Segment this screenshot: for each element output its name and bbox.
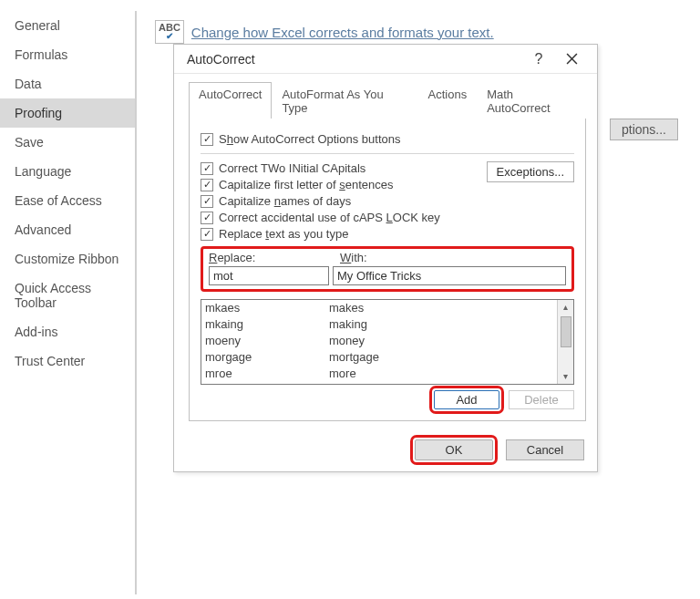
autocorrect-list[interactable]: mkaesmakes mkaingmaking moenymoney morga… (201, 299, 574, 385)
replace-with-group: Replace: With: (201, 246, 574, 292)
checkbox-names-days-label: Capitalize names of days (219, 194, 351, 208)
delete-button: Delete (509, 390, 574, 409)
separator (201, 153, 574, 154)
list-item: mroemore (201, 366, 557, 382)
checkbox-caps-lock-label: Correct accidental use of cAPS LOCK key (219, 211, 440, 224)
checkbox-replace-as-type-label: Replace text as you type (219, 227, 348, 241)
sidebar-item-advanced[interactable]: Advanced (0, 215, 135, 244)
exceptions-button[interactable]: Exceptions... (487, 161, 574, 182)
dialog-tabs: AutoCorrect AutoFormat As You Type Actio… (189, 81, 586, 119)
checkbox-caps-lock[interactable]: ✓ (201, 212, 213, 224)
sidebar-item-quick-access-toolbar[interactable]: Quick Access Toolbar (0, 274, 135, 317)
sidebar-item-general[interactable]: General (0, 11, 135, 40)
checkbox-two-initial[interactable]: ✓ (201, 162, 213, 175)
spellcheck-icon: ABC ✔ (155, 20, 184, 44)
sidebar-item-proofing[interactable]: Proofing (0, 98, 135, 128)
scroll-up-icon[interactable]: ▴ (563, 300, 568, 315)
replace-label: Replace: (209, 251, 340, 264)
scroll-thumb[interactable] (561, 316, 571, 347)
autocorrect-tab-panel: ✓ Show AutoCorrect Options buttons Excep… (189, 119, 586, 421)
dialog-titlebar: AutoCorrect ? (174, 45, 597, 74)
checkbox-show-options[interactable]: ✓ (201, 133, 213, 146)
autocorrect-options-button-partial[interactable]: ptions... (610, 119, 678, 140)
checkbox-show-options-label: Show AutoCorrect Options buttons (219, 132, 400, 146)
checkbox-first-sentence-label: Capitalize first letter of sentences (219, 178, 393, 191)
section-heading: Change how Excel corrects and formats yo… (191, 25, 494, 40)
tab-math-autocorrect[interactable]: Math AutoCorrect (477, 82, 586, 119)
cancel-button[interactable]: Cancel (506, 439, 584, 460)
checkbox-first-sentence[interactable]: ✓ (201, 179, 213, 191)
ok-button[interactable]: OK (415, 439, 493, 460)
tab-autocorrect[interactable]: AutoCorrect (189, 82, 272, 119)
with-input[interactable] (333, 266, 566, 285)
sidebar-item-trust-center[interactable]: Trust Center (0, 346, 135, 376)
sidebar-item-formulas[interactable]: Formulas (0, 40, 135, 69)
list-item: morgagemortgage (201, 349, 557, 366)
help-button[interactable]: ? (522, 46, 555, 72)
tab-actions[interactable]: Actions (418, 82, 478, 119)
options-sidebar: General Formulas Data Proofing Save Lang… (0, 11, 137, 594)
checkbox-two-initial-label: Correct TWo INitial CApitals (219, 161, 365, 175)
autocorrect-dialog: AutoCorrect ? AutoCorrect AutoFormat As … (173, 44, 598, 472)
checkbox-replace-as-type[interactable]: ✓ (201, 228, 213, 241)
list-item: mkaesmakes (201, 300, 557, 316)
sidebar-item-add-ins[interactable]: Add-ins (0, 317, 135, 346)
add-button[interactable]: Add (434, 390, 499, 409)
list-item: moenymoney (201, 333, 557, 349)
sidebar-item-save[interactable]: Save (0, 128, 135, 157)
list-item: mkaingmaking (201, 316, 557, 333)
sidebar-item-ease-of-access[interactable]: Ease of Access (0, 186, 135, 215)
sidebar-item-data[interactable]: Data (0, 69, 135, 98)
close-button[interactable] (555, 46, 588, 72)
dialog-title: AutoCorrect (187, 52, 522, 67)
sidebar-item-language[interactable]: Language (0, 157, 135, 186)
sidebar-item-customize-ribbon[interactable]: Customize Ribbon (0, 244, 135, 274)
with-label: With: (340, 251, 367, 264)
replace-input[interactable] (209, 266, 329, 285)
scroll-down-icon[interactable]: ▾ (563, 369, 568, 384)
tab-autoformat[interactable]: AutoFormat As You Type (272, 82, 417, 119)
list-scrollbar[interactable]: ▴ ▾ (557, 300, 573, 384)
checkbox-names-days[interactable]: ✓ (201, 195, 213, 208)
